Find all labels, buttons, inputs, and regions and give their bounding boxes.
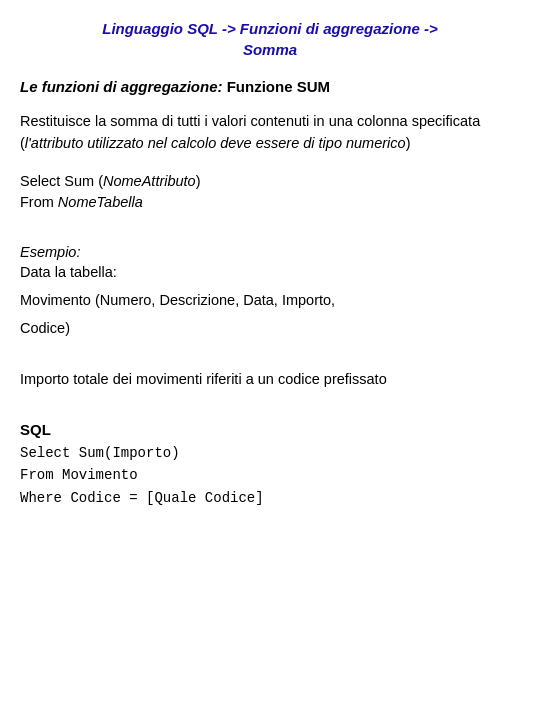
nome-tabella: NomeTabella [58, 194, 143, 210]
breadcrumb: Linguaggio SQL -> Funzioni di aggregazio… [20, 18, 520, 60]
example-codice: Codice) [20, 318, 520, 340]
nome-attributo: NomeAttributo [103, 173, 196, 189]
sql-block: SQL Select Sum(Importo) From Movimento W… [20, 421, 520, 509]
sql-code: Select Sum(Importo) From Movimento Where… [20, 442, 520, 509]
section-title-plain: Funzione SUM [223, 78, 331, 95]
desc-text-italic: l'attributo utilizzato nel calcolo deve … [25, 135, 406, 151]
breadcrumb-line2: Somma [243, 41, 297, 58]
sql-line3: Where Codice = [Quale Codice] [20, 487, 520, 509]
example-table-line: Movimento (Numero, Descrizione, Data, Im… [20, 290, 520, 312]
explanation: Importo totale dei movimenti riferiti a … [20, 369, 520, 391]
movimento-end: , Descrizione, Data, Importo, [151, 292, 335, 308]
sql-line1: Select Sum(Importo) [20, 442, 520, 464]
example-line1: Data la tabella: [20, 262, 520, 284]
numero-underline: Numero [100, 292, 152, 308]
section-title: Le funzioni di aggregazione: Funzione SU… [20, 78, 520, 95]
movimento-start: Movimento ( [20, 292, 100, 308]
breadcrumb-line1: Linguaggio SQL -> Funzioni di aggregazio… [102, 20, 438, 37]
from-text: From [20, 194, 58, 210]
section-title-italic: Le funzioni di aggregazione: [20, 78, 223, 95]
select-text: Select Sum ( [20, 173, 103, 189]
from-line: From NomeTabella [20, 192, 520, 214]
description-paragraph: Restituisce la somma di tutti i valori c… [20, 111, 520, 155]
select-line: Select Sum (NomeAttributo) [20, 171, 520, 193]
sql-label: SQL [20, 421, 520, 438]
sql-line2: From Movimento [20, 464, 520, 486]
example-block: Esempio: Data la tabella: Movimento (Num… [20, 244, 520, 339]
desc-text-after: ) [406, 135, 411, 151]
example-label: Esempio: [20, 244, 520, 260]
select-end: ) [196, 173, 201, 189]
